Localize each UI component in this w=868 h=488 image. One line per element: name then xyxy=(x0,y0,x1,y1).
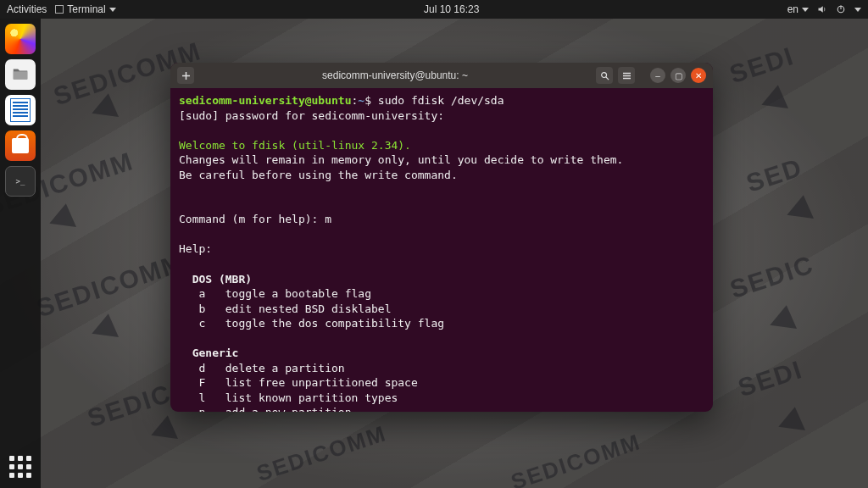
fdisk-command-prompt: Command (m for help): m xyxy=(179,213,331,225)
chevron-down-icon xyxy=(802,8,809,12)
close-button[interactable]: ✕ xyxy=(691,68,706,83)
help-header: Help: xyxy=(179,242,212,255)
command: sudo fdisk /dev/sda xyxy=(378,94,504,107)
chevron-down-icon xyxy=(854,8,861,12)
help-line: n add a new partition xyxy=(179,406,352,412)
svg-point-2 xyxy=(601,72,606,77)
document-icon xyxy=(10,98,31,122)
prompt-user: sedicomm-university@ubuntu xyxy=(179,94,352,107)
clock[interactable]: Jul 10 16:23 xyxy=(424,3,479,15)
help-line: c toggle the dos compatibility flag xyxy=(179,317,444,330)
dock-files[interactable] xyxy=(5,59,36,90)
menu-icon xyxy=(622,71,632,80)
svg-line-3 xyxy=(605,76,608,79)
folder-icon xyxy=(11,65,30,84)
new-tab-button[interactable] xyxy=(177,67,194,84)
power-icon xyxy=(836,4,846,14)
speaker-icon xyxy=(817,4,827,14)
input-language-label: en xyxy=(787,3,798,15)
terminal-window: sedicomm-university@ubuntu: ~ – ▢ ✕ sedi… xyxy=(170,63,713,412)
window-titlebar[interactable]: sedicomm-university@ubuntu: ~ – ▢ ✕ xyxy=(170,63,713,88)
gnome-topbar: Activities Terminal Jul 10 16:23 en xyxy=(0,0,868,19)
search-icon xyxy=(600,71,609,80)
minimize-button[interactable]: – xyxy=(650,68,665,83)
search-button[interactable] xyxy=(596,67,613,84)
power-icon[interactable] xyxy=(836,4,846,14)
prompt-path: ~ xyxy=(358,94,364,107)
sudo-prompt: [sudo] password for sedicomm-university: xyxy=(179,109,444,122)
maximize-button[interactable]: ▢ xyxy=(670,68,686,83)
shopping-bag-icon xyxy=(12,138,29,153)
hamburger-menu-button[interactable] xyxy=(618,67,635,84)
dock-software[interactable] xyxy=(5,130,36,161)
plus-icon xyxy=(181,71,191,80)
help-line: l list known partition types xyxy=(179,391,398,404)
fdisk-welcome: Welcome to fdisk (util-linux 2.34). xyxy=(179,139,411,152)
help-line: F list free unpartitioned space xyxy=(179,376,418,389)
help-line: b edit nested BSD disklabel xyxy=(179,302,391,315)
window-title: sedicomm-university@ubuntu: ~ xyxy=(199,69,591,81)
dock-writer[interactable] xyxy=(5,95,36,125)
dos-section-header: DOS (MBR) xyxy=(179,273,252,286)
volume-icon[interactable] xyxy=(817,4,827,14)
fdisk-note1: Changes will remain in memory only, unti… xyxy=(179,153,623,166)
generic-section-header: Generic xyxy=(179,347,238,359)
input-language[interactable]: en xyxy=(787,3,809,15)
activities-button[interactable]: Activities xyxy=(7,3,47,15)
help-line: d delete a partition xyxy=(179,362,345,374)
dock-firefox[interactable] xyxy=(5,24,36,54)
terminal-body[interactable]: sedicomm-university@ubuntu:~$ sudo fdisk… xyxy=(170,88,713,412)
terminal-icon xyxy=(55,5,64,14)
chevron-down-icon xyxy=(109,8,116,12)
dock: >_ xyxy=(0,19,41,488)
terminal-appmenu-label: Terminal xyxy=(67,3,105,15)
help-line: a toggle a bootable flag xyxy=(179,287,371,300)
show-applications-button[interactable] xyxy=(8,454,33,480)
dock-terminal[interactable]: >_ xyxy=(5,166,36,197)
terminal-appmenu[interactable]: Terminal xyxy=(55,3,115,15)
prompt-icon: >_ xyxy=(16,177,25,186)
fdisk-note2: Be careful before using the write comman… xyxy=(179,169,458,181)
